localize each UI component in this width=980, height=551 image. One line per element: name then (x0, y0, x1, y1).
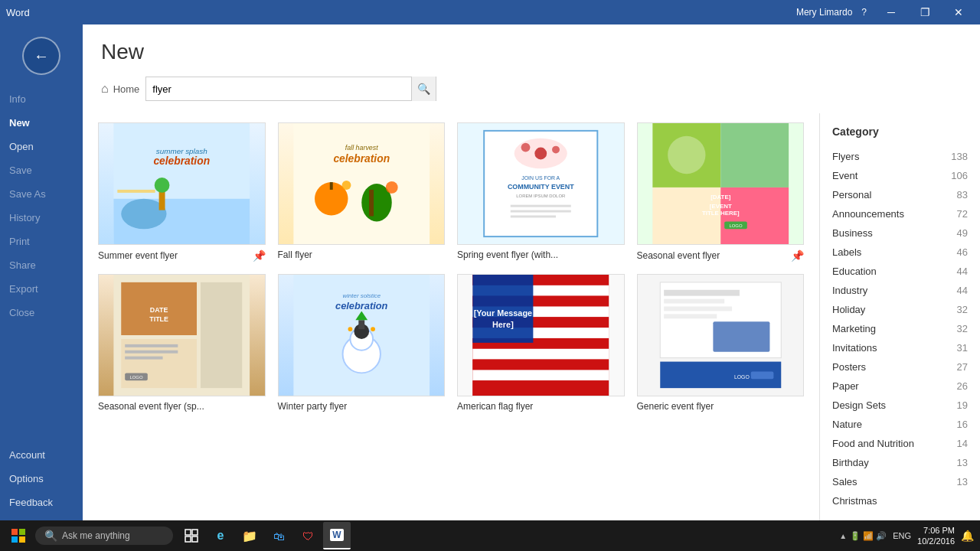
category-item[interactable]: Sales 13 (820, 472, 980, 491)
template-card[interactable]: DATE TITLE LOGO Seasonal event flyer (sp… (98, 274, 266, 412)
sidebar-item-info[interactable]: Info (0, 87, 83, 111)
category-count: 31 (957, 342, 968, 354)
category-item[interactable]: Birthday 13 (820, 453, 980, 472)
main-area: summer splash celebration Summer event f… (83, 113, 980, 520)
back-button[interactable]: ← (22, 37, 60, 75)
sidebar-item-close[interactable]: Close (0, 301, 83, 324)
taskbar-search-label: Ask me anything (62, 530, 130, 541)
svg-text:TITLE: TITLE (149, 315, 168, 323)
pin-icon: 📌 (253, 249, 266, 262)
template-card[interactable]: [Your Message Here] American flag flyer (457, 274, 625, 412)
category-item[interactable]: Paper 26 (820, 377, 980, 396)
minimize-button[interactable]: ─ (876, 0, 906, 24)
sidebar-item-account[interactable]: Account (0, 443, 83, 467)
template-thumbnail: summer splash celebration (98, 122, 266, 245)
store-icon: 🛍 (273, 530, 285, 543)
sidebar-item-options[interactable]: Options (0, 467, 83, 491)
templates-area: summer splash celebration Summer event f… (83, 113, 819, 520)
edge-button[interactable]: e (207, 522, 234, 549)
template-thumbnail: winter solstice celebration (278, 274, 446, 396)
category-item[interactable]: Education 44 (820, 262, 980, 281)
svg-point-59 (348, 327, 352, 331)
lang-indicator[interactable]: ENG (893, 531, 911, 540)
category-item[interactable]: Marketing 32 (820, 319, 980, 338)
template-card[interactable]: LOGO Generic event flyer (637, 274, 805, 412)
sidebar-item-history[interactable]: History (0, 206, 83, 230)
category-item[interactable]: Nature 16 (820, 415, 980, 434)
template-name: Generic event flyer (637, 401, 714, 412)
svg-text:LOGO: LOGO (733, 374, 750, 380)
category-count: 13 (957, 457, 968, 468)
category-item[interactable]: Posters 27 (820, 357, 980, 377)
svg-rect-8 (293, 123, 430, 244)
category-title: Category (820, 119, 980, 147)
svg-text:LOGO: LOGO (129, 375, 142, 380)
category-item[interactable]: Holiday 32 (820, 300, 980, 319)
start-button[interactable] (3, 520, 34, 551)
file-explorer-button[interactable]: 📁 (236, 522, 263, 549)
taskbar-search[interactable]: 🔍 Ask me anything (35, 527, 173, 545)
tray-arrow[interactable]: ▲ (839, 532, 847, 540)
search-button[interactable]: 🔍 (411, 77, 436, 101)
svg-text:celebration: celebration (333, 152, 390, 165)
tray-icons: 🔋 📶 🔊 (850, 531, 887, 541)
category-item[interactable]: Business 49 (820, 223, 980, 243)
template-card[interactable]: fall harvest celebration Fa (278, 122, 446, 262)
category-item[interactable]: Flyers 138 (820, 147, 980, 166)
svg-text:fall harvest: fall harvest (345, 144, 377, 152)
category-name: Industry (832, 285, 867, 296)
task-view-button[interactable] (178, 522, 205, 549)
close-button[interactable]: ✕ (943, 0, 974, 24)
taskbar: 🔍 Ask me anything e 📁 🛍 🛡 W ▲ (0, 520, 980, 551)
sidebar-item-print[interactable]: Print (0, 230, 83, 253)
category-count: 106 (951, 170, 968, 181)
svg-rect-81 (664, 306, 732, 311)
svg-rect-28 (511, 215, 556, 217)
notification-icon[interactable]: 🔔 (961, 530, 974, 542)
category-count: 72 (957, 208, 968, 220)
home-icon: ⌂ (101, 82, 109, 96)
category-item[interactable]: Event 106 (820, 166, 980, 185)
restore-button[interactable]: ❐ (910, 0, 940, 24)
svg-text:[EVENT: [EVENT (709, 203, 731, 210)
word-icon: W (330, 529, 343, 541)
template-thumbnail: [Your Message Here] (457, 274, 625, 396)
category-item[interactable]: Industry 44 (820, 281, 980, 300)
category-count: 32 (957, 304, 968, 315)
category-count: 49 (957, 227, 968, 239)
svg-rect-88 (11, 536, 18, 543)
template-card[interactable]: winter solstice celebration (278, 274, 446, 412)
sidebar-item-export[interactable]: Export (0, 277, 83, 301)
search-home-link[interactable]: ⌂ Home (101, 82, 139, 96)
category-count: 26 (957, 380, 968, 392)
category-item[interactable]: Announcements 72 (820, 204, 980, 223)
category-name: Business (832, 227, 873, 239)
svg-rect-89 (19, 536, 25, 543)
sidebar-item-save[interactable]: Save (0, 158, 83, 182)
template-card[interactable]: [DATE] [EVENT TITLE HERE] LOGO Seasonal … (637, 122, 805, 262)
template-card[interactable]: JOIN US FOR A COMMUNITY EVENT LOREM IPSU… (457, 122, 625, 262)
category-item[interactable]: Food and Nutrition 14 (820, 434, 980, 453)
search-input-wrap: 🔍 (145, 77, 436, 101)
sidebar-item-new[interactable]: New (0, 111, 83, 135)
category-item[interactable]: Personal 83 (820, 185, 980, 204)
word-button[interactable]: W (323, 522, 351, 549)
clock-time: 7:06 PM (917, 525, 955, 536)
help-icon[interactable]: ? (861, 7, 867, 18)
store-button[interactable]: 🛍 (265, 522, 292, 549)
windows-icon (11, 529, 25, 543)
security-button[interactable]: 🛡 (294, 522, 322, 549)
sidebar-item-open[interactable]: Open (0, 135, 83, 158)
category-item[interactable]: Invitations 31 (820, 338, 980, 357)
sidebar-item-share[interactable]: Share (0, 253, 83, 277)
template-card[interactable]: summer splash celebration Summer event f… (98, 122, 266, 262)
sidebar-item-feedback[interactable]: Feedback (0, 491, 83, 514)
svg-point-6 (155, 178, 170, 193)
category-item[interactable]: Labels 46 (820, 243, 980, 262)
taskbar-clock[interactable]: 7:06 PM 10/2/2016 (917, 525, 955, 547)
category-name: Event (832, 170, 858, 181)
category-item[interactable]: Design Sets 19 (820, 396, 980, 415)
sidebar-item-saveas[interactable]: Save As (0, 182, 83, 206)
search-input[interactable] (146, 83, 411, 95)
category-item[interactable]: Christmas (820, 491, 980, 510)
